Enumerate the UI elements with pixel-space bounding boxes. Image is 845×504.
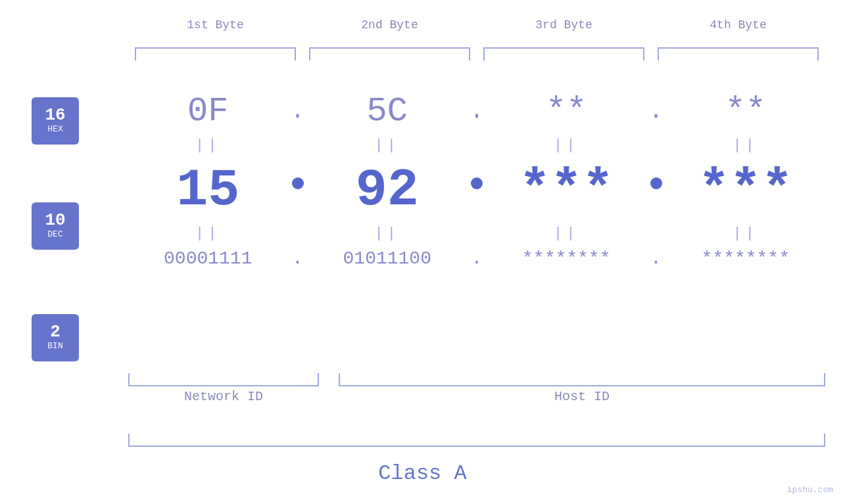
- col-headers: 1st Byte 2nd Byte 3rd Byte 4th Byte: [128, 18, 825, 32]
- host-id-label: Host ID: [339, 389, 825, 404]
- dec-dot-3: [646, 177, 666, 204]
- hex-badge: 16 HEX: [32, 97, 79, 145]
- hex-b2-value: 5C: [367, 92, 408, 131]
- bin-b3-value: ********: [522, 248, 610, 269]
- eq-row-1: || || || ||: [128, 137, 825, 154]
- bin-badge: 2 BIN: [32, 314, 79, 361]
- hex-dot-1: .: [288, 98, 308, 125]
- bottom-brackets: [128, 373, 825, 386]
- hex-dot-3: .: [646, 98, 666, 125]
- class-label: Class A: [0, 461, 845, 486]
- dec-badge: 10 DEC: [32, 202, 79, 250]
- col-header-b1: 1st Byte: [128, 18, 302, 32]
- hex-b4-value: **: [725, 92, 766, 131]
- top-brackets: [128, 47, 825, 60]
- outer-bracket-line: [128, 434, 825, 447]
- eq-1-b3: ||: [487, 137, 646, 154]
- dec-badge-label: DEC: [47, 229, 62, 241]
- dec-badge-num: 10: [45, 212, 65, 229]
- hex-row: 0F . 5C . ** . **: [128, 92, 825, 131]
- eq-2-b1: ||: [128, 225, 288, 242]
- main-content: 0F . 5C . ** . ** || || || ||: [128, 66, 825, 269]
- network-id-label: Network ID: [128, 389, 319, 404]
- eq-1-b4: ||: [666, 137, 826, 154]
- dec-dot-2: [467, 177, 487, 204]
- bracket-b4: [658, 47, 819, 60]
- bin-b1-value: 00001111: [164, 248, 252, 269]
- eq-row-2: || || || ||: [128, 225, 825, 242]
- bin-row: 00001111 . 01011100 . ******** . *******…: [128, 248, 825, 269]
- dec-dot-1: [288, 177, 308, 204]
- id-labels: Network ID Host ID: [128, 389, 825, 404]
- bracket-b2: [309, 47, 470, 60]
- eq-2-b3: ||: [487, 225, 646, 242]
- bin-dot-2: .: [467, 248, 487, 269]
- dec-b2-value: 92: [356, 160, 419, 220]
- bin-b2-value: 01011100: [343, 248, 431, 269]
- col-header-b3: 3rd Byte: [477, 18, 651, 32]
- dec-b4-value: ***: [698, 160, 793, 220]
- hex-badge-num: 16: [45, 106, 65, 124]
- watermark: ipshu.com: [787, 485, 833, 495]
- hex-dot-2: .: [467, 98, 487, 125]
- bin-badge-num: 2: [50, 323, 60, 340]
- bracket-b3: [483, 47, 644, 60]
- host-bracket: [339, 373, 825, 386]
- page-container: 16 HEX 10 DEC 2 BIN 1st Byte 2nd Byte 3r…: [0, 0, 845, 504]
- col-header-b4: 4th Byte: [651, 18, 825, 32]
- network-bracket: [128, 373, 319, 386]
- eq-2-b2: ||: [308, 225, 468, 242]
- bin-badge-label: BIN: [47, 340, 62, 352]
- eq-1-b2: ||: [308, 137, 468, 154]
- hex-badge-label: HEX: [47, 124, 62, 135]
- bracket-b1: [135, 47, 296, 60]
- eq-2-b4: ||: [666, 225, 826, 242]
- dec-row: 15 92 *** ***: [128, 160, 825, 220]
- hex-b3-value: **: [546, 92, 587, 131]
- hex-b1-value: 0F: [187, 92, 228, 131]
- bin-dot-3: .: [646, 248, 666, 269]
- col-header-b2: 2nd Byte: [302, 18, 477, 32]
- bin-dot-1: .: [288, 248, 308, 269]
- eq-1-b1: ||: [128, 137, 288, 154]
- bin-b4-value: ********: [702, 248, 790, 269]
- dec-b1-value: 15: [176, 160, 239, 220]
- dec-b3-value: ***: [519, 160, 614, 220]
